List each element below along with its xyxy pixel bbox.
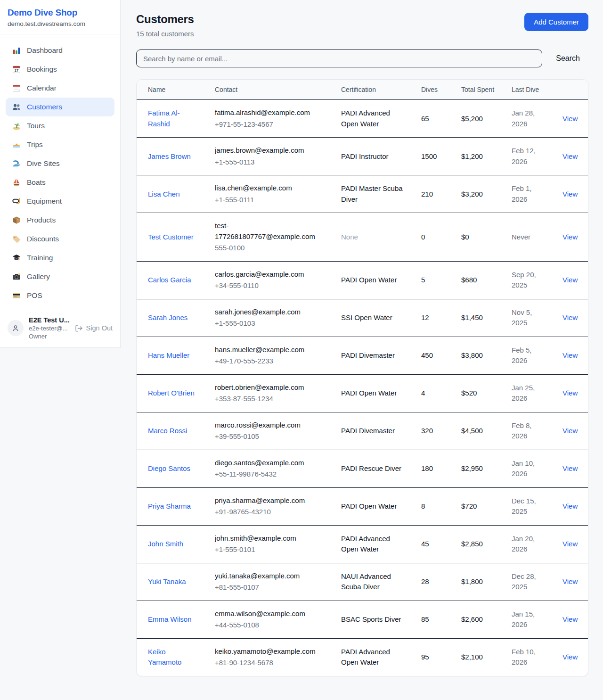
table-row: Fatima Al-Rashid fatima.alrashid@example…	[137, 100, 588, 138]
table-header-row: Name Contact Certification Dives Total S…	[137, 80, 588, 100]
customer-name-link[interactable]: Yuki Tanaka	[148, 576, 186, 587]
customers-table-card: Name Contact Certification Dives Total S…	[136, 79, 588, 676]
customer-dives: 12	[421, 313, 429, 321]
col-header-dives: Dives	[410, 80, 450, 100]
customer-name-link[interactable]: Priya Sharma	[148, 501, 191, 512]
customer-last-dive: Jan 20, 2026	[512, 535, 535, 553]
discounts-icon	[12, 234, 21, 244]
table-row: Keiko Yamamoto keiko.yamamoto@example.co…	[137, 638, 588, 676]
sidebar-item-trips[interactable]: Trips	[6, 135, 114, 154]
add-customer-button[interactable]: Add Customer	[524, 13, 588, 31]
customer-name-link[interactable]: James Brown	[148, 151, 191, 162]
view-customer-link[interactable]: View	[562, 615, 578, 623]
trips-icon	[12, 140, 21, 149]
sidebar-item-equipment[interactable]: Equipment	[6, 192, 114, 211]
customer-email: fatima.alrashid@example.com	[215, 107, 324, 118]
sidebar-item-label: Tours	[27, 122, 45, 130]
customer-last-dive: Jan 25, 2026	[512, 384, 535, 403]
user-role: Owner	[29, 333, 70, 340]
customer-email: sarah.jones@example.com	[215, 307, 324, 318]
sidebar-item-calendar[interactable]: Calendar	[6, 79, 114, 98]
sidebar-item-pos[interactable]: POS	[6, 286, 114, 305]
customer-certification: PADI Open Water	[341, 502, 397, 510]
view-customer-link[interactable]: View	[562, 427, 578, 435]
customer-total-spent: $1,200	[461, 152, 483, 160]
customer-name-link[interactable]: Marco Rossi	[148, 426, 187, 436]
customer-last-dive: Feb 12, 2026	[512, 147, 536, 165]
view-customer-link[interactable]: View	[562, 115, 578, 123]
customer-dives: 210	[421, 190, 433, 198]
user-box: E2E Test U... e2e-tester@... Owner Sign …	[0, 310, 120, 347]
customer-phone: +1-555-0101	[215, 544, 324, 555]
customer-name-link[interactable]: Keiko Yamamoto	[148, 647, 198, 668]
view-customer-link[interactable]: View	[562, 276, 578, 284]
customer-name-link[interactable]: Test Customer	[148, 232, 194, 243]
customer-certification: SSI Open Water	[341, 313, 392, 321]
sidebar-item-label: Customers	[27, 103, 62, 111]
customer-total-spent: $0	[461, 233, 469, 241]
customer-total-spent: $720	[461, 502, 477, 510]
customer-certification: PADI Rescue Diver	[341, 464, 401, 472]
sidebar-item-label: Calendar	[27, 84, 57, 92]
view-customer-link[interactable]: View	[562, 190, 578, 198]
customer-name-link[interactable]: Carlos Garcia	[148, 275, 191, 286]
customer-name-link[interactable]: Fatima Al-Rashid	[148, 108, 198, 129]
customer-email: robert.obrien@example.com	[215, 382, 324, 393]
search-button[interactable]: Search	[555, 52, 581, 65]
customer-name-link[interactable]: Sarah Jones	[148, 313, 187, 323]
customer-name-link[interactable]: Lisa Chen	[148, 189, 180, 200]
customer-total-spent: $3,800	[461, 351, 483, 359]
view-customer-link[interactable]: View	[562, 540, 578, 548]
sidebar-item-label: Boats	[27, 178, 46, 187]
customer-last-dive: Nov 5, 2025	[512, 308, 532, 327]
view-customer-link[interactable]: View	[562, 152, 578, 160]
customer-email: yuki.tanaka@example.com	[215, 571, 324, 582]
customer-email: keiko.yamamoto@example.com	[215, 646, 324, 657]
sign-out-label: Sign Out	[86, 324, 113, 332]
customer-name-link[interactable]: Robert O'Brien	[148, 388, 195, 399]
sidebar-item-discounts[interactable]: Discounts	[6, 230, 114, 248]
customer-dives: 1500	[421, 152, 437, 160]
sidebar-item-training[interactable]: Training	[6, 248, 114, 267]
customer-name-link[interactable]: John Smith	[148, 539, 183, 550]
customer-name-link[interactable]: Emma Wilson	[148, 614, 192, 625]
sidebar-item-boats[interactable]: Boats	[6, 173, 114, 192]
customer-dives: 95	[421, 653, 429, 661]
view-customer-link[interactable]: View	[562, 233, 578, 241]
view-customer-link[interactable]: View	[562, 313, 578, 321]
table-row: James Brown james.brown@example.com +1-5…	[137, 138, 588, 175]
sidebar-item-customers[interactable]: Customers	[6, 98, 114, 116]
customer-name-link[interactable]: Hans Mueller	[148, 350, 189, 361]
table-row: Robert O'Brien robert.obrien@example.com…	[137, 374, 588, 412]
calendar-icon	[12, 83, 21, 93]
table-row: Hans Mueller hans.mueller@example.com +4…	[137, 337, 588, 374]
table-row: Marco Rossi marco.rossi@example.com +39-…	[137, 412, 588, 450]
view-customer-link[interactable]: View	[562, 502, 578, 510]
customer-phone: +1-555-0111	[215, 195, 324, 206]
customer-email: priya.sharma@example.com	[215, 495, 324, 506]
search-input[interactable]	[136, 49, 542, 67]
customer-email: john.smith@example.com	[215, 533, 324, 544]
view-customer-link[interactable]: View	[562, 653, 578, 661]
view-customer-link[interactable]: View	[562, 389, 578, 397]
view-customer-link[interactable]: View	[562, 351, 578, 359]
table-row: Priya Sharma priya.sharma@example.com +9…	[137, 487, 588, 525]
customer-dives: 45	[421, 540, 429, 548]
view-customer-link[interactable]: View	[562, 577, 578, 585]
sidebar-item-bookings[interactable]: 17 Bookings	[6, 60, 114, 79]
page-header: Customers 15 total customers Add Custome…	[136, 13, 588, 38]
customer-certification: PADI Divemaster	[341, 427, 395, 435]
customer-last-dive: Feb 5, 2026	[512, 346, 532, 365]
sidebar-item-dive-sites[interactable]: Dive Sites	[6, 154, 114, 173]
sidebar-item-products[interactable]: Products	[6, 211, 114, 230]
sidebar-item-dashboard[interactable]: Dashboard	[6, 41, 114, 60]
customer-certification: PADI Advanced Open Water	[341, 648, 390, 667]
view-customer-link[interactable]: View	[562, 464, 578, 472]
sidebar-item-gallery[interactable]: Gallery	[6, 267, 114, 286]
person-icon	[11, 323, 20, 333]
customer-name-link[interactable]: Diego Santos	[148, 463, 190, 474]
customer-total-spent: $1,450	[461, 313, 483, 321]
sidebar-item-tours[interactable]: Tours	[6, 116, 114, 135]
customer-certification: None	[341, 233, 358, 241]
sign-out-button[interactable]: Sign Out	[75, 324, 113, 332]
